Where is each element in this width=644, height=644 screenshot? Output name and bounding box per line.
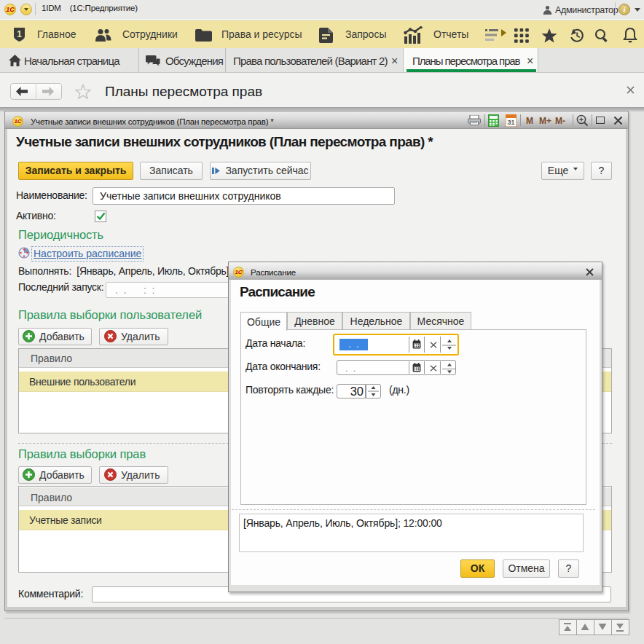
svg-text:1: 1 <box>17 29 22 39</box>
svg-text:31: 31 <box>507 119 514 126</box>
